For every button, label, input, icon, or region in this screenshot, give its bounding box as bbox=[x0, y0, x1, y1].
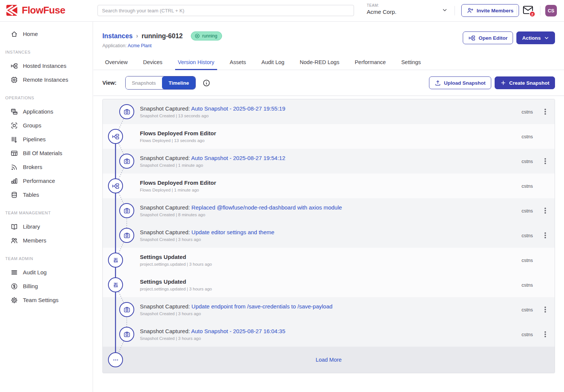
ellipsis-icon[interactable] bbox=[108, 352, 123, 367]
tab-assets[interactable]: Assets bbox=[227, 56, 249, 70]
sidebar-item-label: Hosted Instances bbox=[23, 63, 66, 69]
kebab-menu-icon[interactable] bbox=[543, 305, 548, 314]
event-body: Snapshot Captured: Auto Snapshot - 2025-… bbox=[140, 155, 522, 168]
tab-devices[interactable]: Devices bbox=[140, 56, 165, 70]
view-toolbar: View: SnapshotsTimeline Upload Snapshot bbox=[93, 70, 564, 96]
sidebar-item-billing[interactable]: Billing bbox=[0, 279, 93, 293]
actions-button[interactable]: Actions bbox=[516, 31, 555, 44]
timeline-row: Flows Deployed From EditorFlows Deployed… bbox=[103, 124, 555, 149]
snapshot-link[interactable]: Auto Snapshot - 2025-08-27 16:04:35 bbox=[191, 328, 285, 334]
sidebar-item-label: Remote Instances bbox=[23, 76, 68, 83]
sidebar-item-label: Bill Of Materials bbox=[23, 150, 62, 156]
view-toggle: SnapshotsTimeline bbox=[125, 76, 196, 90]
groups-icon bbox=[10, 122, 18, 129]
sidebar-item-home[interactable]: Home bbox=[0, 27, 93, 41]
user-avatar[interactable]: CS bbox=[545, 5, 557, 16]
sidebar-section-instances: INSTANCES bbox=[5, 50, 93, 54]
kebab-menu-icon[interactable] bbox=[543, 231, 548, 240]
event-meta: Snapshot Created | 13 seconds ago bbox=[140, 114, 522, 118]
search-input[interactable] bbox=[98, 5, 354, 16]
sidebar-item-label: Applications bbox=[23, 108, 53, 115]
event-title: Snapshot Captured: Update editor setting… bbox=[140, 229, 522, 235]
sidebar-item-performance[interactable]: Performance bbox=[0, 174, 93, 188]
sidebar-item-groups[interactable]: Groups bbox=[0, 118, 93, 132]
application-link[interactable]: Acme Plant bbox=[128, 43, 152, 48]
sidebar-item-applications[interactable]: Applications bbox=[0, 105, 93, 118]
open-editor-label: Open Editor bbox=[478, 35, 507, 41]
event-body: Flows Deployed From EditorFlows Deployed… bbox=[140, 130, 522, 143]
timeline-rows: Snapshot Captured: Auto Snapshot - 2025-… bbox=[103, 99, 555, 347]
row-user: cstns bbox=[522, 134, 533, 139]
sidebar-item-remote-instances[interactable]: Remote Instances bbox=[0, 73, 93, 87]
sidebar-item-tables[interactable]: Tables bbox=[0, 188, 93, 202]
camera-icon bbox=[119, 327, 134, 342]
chevron-down-icon[interactable] bbox=[442, 7, 448, 13]
play-circle-icon bbox=[195, 33, 200, 39]
invite-members-button[interactable]: Invite Members bbox=[461, 4, 519, 17]
tab-node-red-logs[interactable]: Node-RED Logs bbox=[297, 56, 342, 70]
camera-icon bbox=[119, 104, 134, 119]
notifications-button[interactable]: 2 bbox=[523, 6, 533, 14]
user-plus-icon bbox=[467, 7, 474, 14]
event-title-prefix: Snapshot Captured: bbox=[140, 155, 191, 161]
dollar-icon bbox=[10, 283, 18, 290]
event-title-text: Settings Updated bbox=[140, 254, 186, 260]
projects-icon bbox=[108, 129, 123, 144]
event-title-prefix: Snapshot Captured: bbox=[140, 328, 191, 334]
row-user: cstns bbox=[522, 332, 533, 337]
sidebar-item-bill-of-materials[interactable]: Bill Of Materials bbox=[0, 146, 93, 160]
load-more-link[interactable]: Load More bbox=[316, 357, 342, 363]
sidebar-item-library[interactable]: Library bbox=[0, 220, 93, 233]
event-body: Snapshot Captured: Update editor setting… bbox=[140, 229, 522, 242]
breadcrumb-instances-link[interactable]: Instances bbox=[102, 32, 133, 40]
event-title: Flows Deployed From Editor bbox=[140, 180, 522, 186]
upload-snapshot-button[interactable]: Upload Snapshot bbox=[429, 76, 491, 89]
event-title: Settings Updated bbox=[140, 254, 522, 260]
timeline-row: Snapshot Captured: Auto Snapshot - 2025-… bbox=[103, 99, 555, 124]
users-icon bbox=[10, 237, 18, 244]
timeline-row: Snapshot Captured: Update endpoint from … bbox=[103, 297, 555, 322]
tab-performance[interactable]: Performance bbox=[352, 56, 388, 70]
sidebar-item-members[interactable]: Members bbox=[0, 233, 93, 247]
create-snapshot-button[interactable]: Create Snapshot bbox=[495, 76, 555, 89]
tab-settings[interactable]: Settings bbox=[399, 56, 423, 70]
snapshot-link[interactable]: Auto Snapshot - 2025-08-27 19:54:12 bbox=[191, 155, 285, 161]
row-user: cstns bbox=[522, 159, 533, 164]
kebab-menu-icon[interactable] bbox=[543, 206, 548, 215]
team-name: Acme Corp. bbox=[367, 9, 396, 15]
sidebar-item-label: Team Settings bbox=[23, 297, 58, 303]
snapshot-link[interactable]: Update endpoint from /save-credentials t… bbox=[192, 303, 333, 310]
tab-overview[interactable]: Overview bbox=[102, 56, 130, 70]
tab-version-history[interactable]: Version History bbox=[175, 56, 217, 70]
sidebar-item-pipelines[interactable]: Pipelines bbox=[0, 132, 93, 146]
pipelines-icon bbox=[10, 136, 18, 143]
event-title: Snapshot Captured: Replaced @flowfuse/no… bbox=[140, 204, 522, 211]
sidebar-item-label: Billing bbox=[23, 283, 38, 289]
kebab-menu-icon[interactable] bbox=[543, 330, 548, 339]
sidebar-item-team-settings[interactable]: Team Settings bbox=[0, 293, 93, 307]
tab-audit-log[interactable]: Audit Log bbox=[259, 56, 287, 70]
snapshot-link[interactable]: Auto Snapshot - 2025-08-27 19:55:19 bbox=[191, 105, 285, 112]
kebab-menu-icon[interactable] bbox=[543, 157, 548, 166]
sidebar-item-audit-log[interactable]: Audit Log bbox=[0, 265, 93, 279]
info-icon[interactable] bbox=[202, 79, 210, 87]
snapshot-link[interactable]: Replaced @flowfuse/node-red-dashboard wi… bbox=[192, 204, 342, 211]
snapshot-link[interactable]: Update editor settings and theme bbox=[192, 229, 274, 235]
team-selector[interactable]: TEAM: Acme Corp. bbox=[367, 3, 396, 15]
sidebar-item-label: Pipelines bbox=[23, 136, 46, 142]
open-editor-button[interactable]: Open Editor bbox=[463, 31, 513, 44]
chart-bar-icon bbox=[10, 177, 18, 185]
row-user: cstns bbox=[522, 257, 533, 263]
view-toggle-timeline[interactable]: Timeline bbox=[162, 76, 195, 89]
view-label: View: bbox=[102, 80, 117, 86]
book-icon bbox=[10, 223, 18, 230]
sidebar-item-hosted-instances[interactable]: Hosted Instances bbox=[0, 59, 93, 73]
sidebar-item-brokers[interactable]: Brokers bbox=[0, 160, 93, 174]
row-user: cstns bbox=[522, 233, 533, 238]
view-toggle-snapshots[interactable]: Snapshots bbox=[126, 76, 162, 89]
flowfuse-logo[interactable]: FlowFuse bbox=[6, 4, 65, 16]
sidebar-item-label: Brokers bbox=[23, 164, 42, 170]
status-label: running bbox=[202, 33, 217, 39]
kebab-menu-icon[interactable] bbox=[543, 107, 548, 116]
page-header: Instances › running-6012 running Applica… bbox=[93, 22, 564, 48]
